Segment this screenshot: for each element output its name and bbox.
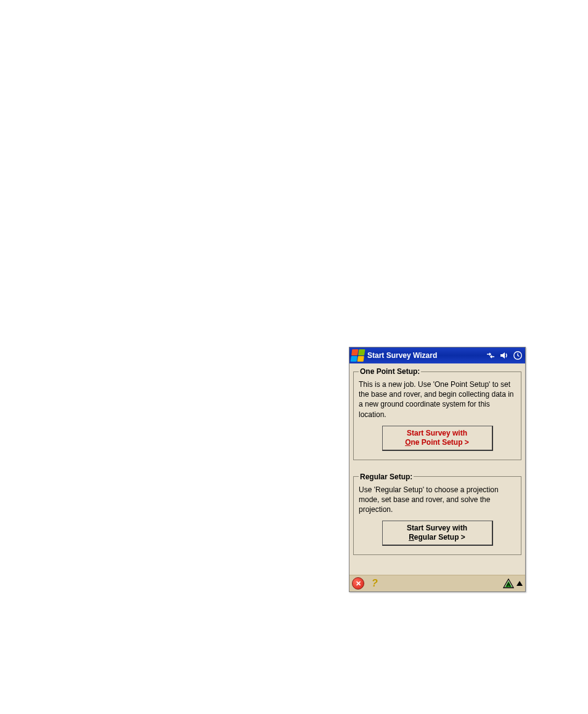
help-icon[interactable]: ? (369, 578, 380, 589)
status-triangle-icon[interactable]: A (503, 578, 514, 588)
one-point-setup-legend: One Point Setup: (359, 367, 421, 376)
close-icon[interactable]: ✕ (352, 577, 364, 590)
button-line1: Start Survey with (407, 429, 467, 437)
button-rest: egular Setup > (414, 533, 465, 542)
start-survey-one-point-button[interactable]: Start Survey with One Point Setup > (382, 426, 493, 451)
windows-start-icon[interactable] (351, 349, 365, 362)
window-bottom-bar: ✕ ? A (349, 575, 525, 591)
svg-text:A: A (507, 582, 511, 588)
titlebar-status-icons (486, 351, 523, 360)
regular-setup-group: Regular Setup: Use 'Regular Setup' to ch… (353, 473, 521, 556)
button-rest: ne Point Setup > (411, 438, 469, 447)
button-accel-char: O (405, 438, 410, 447)
clock-icon[interactable] (513, 351, 523, 360)
speaker-icon[interactable] (499, 351, 509, 360)
regular-setup-description: Use 'Regular Setup' to choose a projecti… (359, 485, 516, 515)
start-survey-regular-button[interactable]: Start Survey with Regular Setup > (382, 521, 493, 546)
one-point-setup-description: This is a new job. Use 'One Point Setup'… (359, 379, 516, 420)
start-survey-wizard-window: Start Survey Wizard One Point Setup: Thi… (349, 347, 526, 592)
menu-up-icon[interactable] (517, 581, 523, 586)
one-point-setup-group: One Point Setup: This is a new job. Use … (353, 367, 521, 460)
window-titlebar: Start Survey Wizard (349, 347, 525, 363)
button-line1: Start Survey with (407, 524, 467, 532)
regular-setup-legend: Regular Setup: (359, 473, 414, 481)
button-accel-char: R (409, 533, 414, 542)
connectivity-icon[interactable] (486, 351, 496, 360)
window-title: Start Survey Wizard (367, 351, 483, 360)
window-client-area: One Point Setup: This is a new job. Use … (349, 363, 525, 575)
